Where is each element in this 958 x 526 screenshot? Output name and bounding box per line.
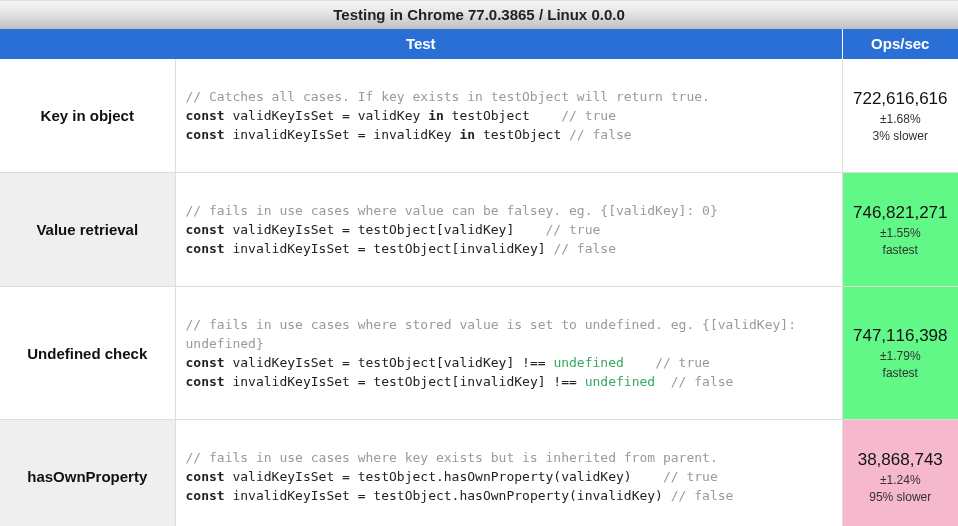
code-keyword: const (186, 374, 225, 389)
table-row: Value retrieval// fails in use cases whe… (0, 173, 958, 287)
code-comment: // true (546, 222, 601, 237)
code-comment: // false (569, 127, 632, 142)
table-row: Undefined check// fails in use cases whe… (0, 287, 958, 420)
ops-cell: 747,116,398±1.79%fastest (842, 287, 958, 420)
ops-note: fastest (847, 366, 955, 380)
code-block: // fails in use cases where stored value… (186, 315, 832, 391)
code-comment: // true (663, 469, 718, 484)
test-code: // fails in use cases where value can be… (175, 173, 842, 287)
code-comment: // true (561, 108, 616, 123)
code-literal: undefined (585, 374, 655, 389)
code-keyword: const (186, 355, 225, 370)
column-test: Test (0, 29, 842, 59)
ops-note: 3% slower (847, 129, 955, 143)
ops-margin: ±1.55% (847, 226, 955, 240)
benchmark-table: Test Ops/sec Key in object// Catches all… (0, 29, 958, 526)
code-comment: // Catches all cases. If key exists in t… (186, 89, 710, 104)
test-code: // fails in use cases where key exists b… (175, 420, 842, 527)
code-keyword: const (186, 488, 225, 503)
column-ops: Ops/sec (842, 29, 958, 59)
ops-margin: ±1.68% (847, 112, 955, 126)
code-comment: // fails in use cases where value can be… (186, 203, 718, 218)
ops-value: 38,868,743 (847, 450, 955, 470)
code-block: // fails in use cases where key exists b… (186, 448, 832, 505)
ops-value: 747,116,398 (847, 326, 955, 346)
test-name: hasOwnProperty (0, 420, 175, 527)
table-header: Test Ops/sec (0, 29, 958, 59)
page-title: Testing in Chrome 77.0.3865 / Linux 0.0.… (0, 0, 958, 29)
ops-margin: ±1.24% (847, 473, 955, 487)
ops-note: fastest (847, 243, 955, 257)
code-block: // fails in use cases where value can be… (186, 201, 832, 258)
test-code: // Catches all cases. If key exists in t… (175, 59, 842, 173)
code-keyword: const (186, 108, 225, 123)
code-keyword: const (186, 222, 225, 237)
code-comment: // fails in use cases where key exists b… (186, 450, 718, 465)
table-row: hasOwnProperty// fails in use cases wher… (0, 420, 958, 527)
code-keyword: in (459, 127, 475, 142)
ops-cell: 722,616,616±1.68%3% slower (842, 59, 958, 173)
code-keyword: const (186, 469, 225, 484)
code-keyword: const (186, 241, 225, 256)
code-block: // Catches all cases. If key exists in t… (186, 87, 832, 144)
code-comment: // fails in use cases where stored value… (186, 317, 796, 351)
ops-value: 746,821,271 (847, 203, 955, 223)
code-comment: // false (553, 241, 616, 256)
code-keyword: const (186, 127, 225, 142)
ops-margin: ±1.79% (847, 349, 955, 363)
ops-cell: 38,868,743±1.24%95% slower (842, 420, 958, 527)
test-name: Key in object (0, 59, 175, 173)
table-row: Key in object// Catches all cases. If ke… (0, 59, 958, 173)
ops-cell: 746,821,271±1.55%fastest (842, 173, 958, 287)
test-code: // fails in use cases where stored value… (175, 287, 842, 420)
code-keyword: in (428, 108, 444, 123)
ops-note: 95% slower (847, 490, 955, 504)
ops-value: 722,616,616 (847, 89, 955, 109)
code-comment: // true (655, 355, 710, 370)
code-comment: // false (671, 374, 734, 389)
test-name: Value retrieval (0, 173, 175, 287)
code-comment: // false (671, 488, 734, 503)
test-name: Undefined check (0, 287, 175, 420)
code-literal: undefined (553, 355, 623, 370)
